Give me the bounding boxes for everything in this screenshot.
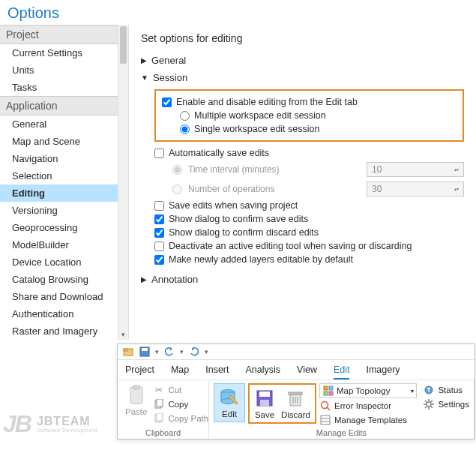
- enable-edit-tab-checkbox[interactable]: [162, 98, 172, 107]
- auto-save-checkbox[interactable]: [154, 148, 164, 158]
- dropdown-icon: ▾: [411, 388, 414, 394]
- num-ops-spinner: 30 ▴▾: [367, 182, 464, 196]
- svg-rect-23: [324, 392, 328, 395]
- svg-rect-1: [124, 349, 127, 351]
- tab-view[interactable]: View: [297, 363, 317, 380]
- dropdown-icon[interactable]: ▾: [205, 348, 208, 356]
- group-label-manage-edits: Manage Edits: [214, 427, 469, 437]
- options-content: Set options for editing ▶ General ▼ Sess…: [129, 25, 476, 340]
- tab-edit[interactable]: Edit: [334, 363, 350, 380]
- svg-point-31: [427, 402, 431, 406]
- copy-path-icon: [153, 412, 165, 424]
- copy-path-button: Copy Path: [153, 412, 208, 425]
- sidebar-category-application[interactable]: Application ⌃: [0, 96, 128, 116]
- svg-line-36: [425, 400, 427, 402]
- open-project-icon[interactable]: [122, 346, 134, 358]
- svg-rect-17: [289, 392, 302, 394]
- tab-imagery[interactable]: Imagery: [366, 363, 400, 380]
- edit-button[interactable]: Edit: [214, 383, 245, 422]
- tab-analysis[interactable]: Analysis: [246, 363, 281, 380]
- gear-icon: [423, 398, 435, 410]
- spinner-buttons-icon: ▴▾: [454, 187, 459, 192]
- checkbox-label: Enable and disable editing from the Edit…: [176, 97, 358, 107]
- single-workspace-radio[interactable]: [180, 124, 190, 134]
- section-annotation[interactable]: ▶ Annotation: [141, 274, 464, 285]
- quick-access-toolbar: ▾ ▾ ▾: [118, 344, 475, 360]
- sidebar-item-general[interactable]: General: [0, 116, 128, 133]
- sidebar-item-selection[interactable]: Selection: [0, 167, 128, 184]
- ribbon-panel: ▾ ▾ ▾ Project Map Insert Analysis View E…: [117, 344, 475, 440]
- sidebar-item-modelbuilder[interactable]: ModelBuilder: [0, 236, 128, 254]
- sidebar-item-units[interactable]: Units: [0, 62, 128, 79]
- svg-line-39: [431, 400, 433, 402]
- dropdown-icon[interactable]: ▾: [155, 348, 159, 356]
- save-icon: [254, 388, 275, 409]
- time-interval-spinner: 10 ▴▾: [367, 162, 464, 177]
- sidebar-item-tasks[interactable]: Tasks: [0, 79, 128, 96]
- section-label: General: [151, 55, 186, 66]
- ribbon-tabs: Project Map Insert Analysis View Edit Im…: [118, 360, 475, 380]
- spinner-value: 10: [372, 164, 382, 175]
- sidebar-item-authentication[interactable]: Authentication: [0, 305, 128, 322]
- watermark: JB JBTEAM Software Development: [3, 410, 97, 438]
- sidebar-item-device-location[interactable]: Device Location: [0, 254, 128, 271]
- save-icon[interactable]: [139, 346, 151, 358]
- tab-insert[interactable]: Insert: [205, 363, 229, 380]
- status-button[interactable]: Status: [423, 383, 469, 397]
- settings-button[interactable]: Settings: [423, 398, 469, 411]
- options-sidebar: Project ⌃ Current Settings Units Tasks A…: [0, 25, 129, 340]
- multiple-workspace-radio[interactable]: [180, 111, 190, 121]
- sidebar-item-catalog-browsing[interactable]: Catalog Browsing: [0, 271, 128, 288]
- undo-icon[interactable]: [163, 346, 175, 358]
- section-label: Session: [153, 72, 187, 83]
- redo-icon[interactable]: [188, 346, 200, 358]
- sidebar-item-share-and-download[interactable]: Share and Download: [0, 288, 128, 305]
- checkbox-label: Make newly added layers editable by defa…: [169, 254, 353, 265]
- svg-rect-9: [157, 413, 163, 421]
- sidebar-item-geoprocessing[interactable]: Geoprocessing: [0, 219, 128, 236]
- confirm-discard-checkbox[interactable]: [154, 228, 164, 238]
- sidebar-item-versioning[interactable]: Versioning: [0, 202, 128, 219]
- deactivate-tool-checkbox[interactable]: [154, 242, 164, 251]
- sidebar-item-editing[interactable]: Editing: [0, 184, 128, 202]
- map-topology-dropdown[interactable]: Map Topology ▾: [319, 383, 417, 398]
- tab-map[interactable]: Map: [171, 363, 189, 380]
- sidebar-item-raster-and-imagery[interactable]: Raster and Imagery: [0, 322, 128, 340]
- sidebar-scrollbar[interactable]: ▴ ▾: [118, 25, 128, 340]
- svg-rect-7: [157, 399, 163, 406]
- button-label: Save: [255, 410, 274, 419]
- discard-icon: [285, 388, 306, 409]
- edit-database-icon: [219, 387, 240, 408]
- discard-edits-button[interactable]: Discard: [278, 386, 313, 421]
- category-label: Project: [6, 28, 39, 40]
- make-editable-checkbox[interactable]: [154, 255, 164, 265]
- sidebar-item-map-and-scene[interactable]: Map and Scene: [0, 133, 128, 150]
- scroll-down-icon[interactable]: ▾: [118, 329, 128, 340]
- tab-project[interactable]: Project: [125, 363, 154, 380]
- svg-rect-14: [259, 392, 270, 397]
- save-edits-button[interactable]: Save: [251, 386, 278, 421]
- section-session[interactable]: ▼ Session: [141, 72, 464, 83]
- manage-templates-button[interactable]: Manage Templates: [319, 413, 417, 427]
- spinner-buttons-icon: ▴▾: [454, 167, 459, 172]
- svg-line-38: [425, 406, 427, 408]
- category-label: Application: [6, 100, 58, 112]
- save-project-checkbox[interactable]: [154, 201, 164, 211]
- confirm-save-checkbox[interactable]: [154, 214, 164, 224]
- radio-label: Single workspace edit session: [194, 124, 319, 134]
- copy-button[interactable]: Copy: [153, 398, 208, 411]
- watermark-brand: JBTEAM: [37, 416, 97, 428]
- sidebar-item-navigation[interactable]: Navigation: [0, 150, 128, 167]
- sidebar-item-current-settings[interactable]: Current Settings: [0, 44, 128, 62]
- scroll-thumb[interactable]: [120, 26, 127, 64]
- status-icon: [423, 384, 435, 396]
- error-inspector-button[interactable]: Error Inspector: [319, 399, 417, 412]
- section-general[interactable]: ▶ General: [141, 55, 464, 66]
- time-interval-radio: [172, 165, 182, 175]
- checkbox-label: Save edits when saving project: [169, 200, 298, 211]
- sidebar-category-project[interactable]: Project ⌃: [0, 25, 128, 44]
- svg-rect-22: [329, 386, 333, 390]
- dropdown-icon[interactable]: ▾: [180, 348, 184, 356]
- svg-rect-5: [133, 386, 139, 389]
- svg-rect-21: [324, 386, 328, 390]
